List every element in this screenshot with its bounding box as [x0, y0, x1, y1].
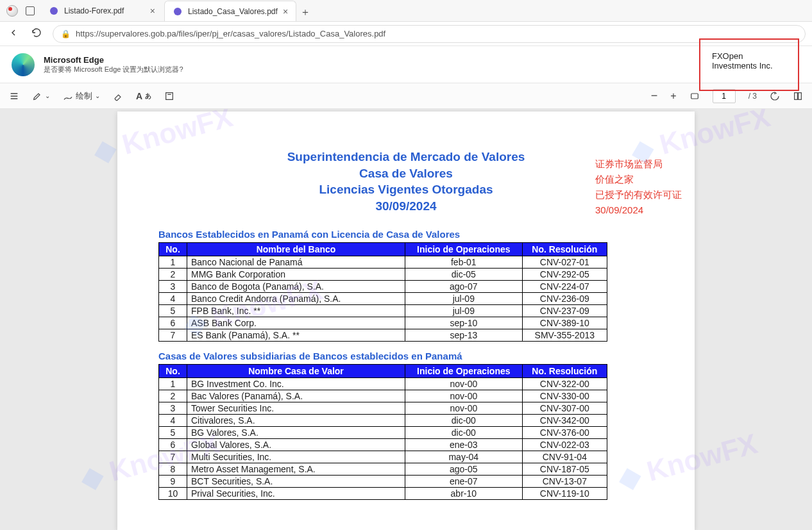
column-header: Inicio de Operaciones	[405, 364, 523, 377]
back-button[interactable]	[6, 28, 21, 40]
row-date: ene-07	[405, 475, 523, 487]
tab-title: Listado-Forex.pdf	[64, 6, 124, 15]
table-row: 3Tower Securities Inc.nov-00CNV-307-00	[159, 402, 607, 414]
subsidiaries-table: No.Nombre Casa de ValorInicio de Operaci…	[158, 364, 607, 500]
table-row: 1BG Investment Co. Inc.nov-00CNV-322-00	[159, 377, 607, 390]
profile-icon[interactable]	[6, 5, 18, 17]
column-header: Nombre del Banco	[187, 242, 405, 256]
section-heading: Casas de Valores subsidiarias de Bancos …	[158, 351, 656, 361]
close-icon[interactable]: ×	[150, 6, 155, 16]
workspaces-icon[interactable]	[26, 6, 35, 15]
row-resolution: CNV-13-07	[522, 475, 607, 487]
row-name: BG Investment Co. Inc.	[187, 377, 405, 390]
window-controls	[0, 0, 41, 21]
pdf-icon	[49, 6, 59, 16]
row-resolution: CNV-187-05	[522, 463, 607, 475]
table-row: 7ES Bank (Panamá), S.A. **sep-13SMV-355-…	[159, 329, 607, 341]
row-resolution: CNV-91-04	[522, 451, 607, 463]
svg-point-1	[174, 8, 182, 15]
column-header: Inicio de Operaciones	[405, 242, 523, 256]
row-date: dic-05	[405, 268, 523, 280]
text-button[interactable]: Aあ	[136, 91, 151, 101]
row-resolution: CNV-342-00	[522, 414, 607, 426]
contents-button[interactable]	[9, 91, 19, 101]
column-header: No.	[159, 242, 187, 256]
row-number: 2	[159, 390, 187, 402]
tab-inactive[interactable]: Listado-Forex.pdf×	[41, 1, 163, 21]
page-total: / 3	[749, 92, 757, 101]
svg-point-0	[50, 7, 58, 15]
row-resolution: CNV-376-00	[522, 426, 607, 438]
row-number: 4	[159, 292, 187, 304]
table-row: 5BG Valores, S.A.dic-00CNV-376-00	[159, 426, 607, 438]
row-name: Tower Securities Inc.	[187, 402, 405, 414]
table-row: 8Metro Asset Management, S.A.ago-05CNV-1…	[159, 463, 607, 475]
table-row: 5FPB Bank, Inc. **jul-09CNV-237-09	[159, 304, 607, 317]
chevron-down-icon: ⌄	[95, 92, 100, 99]
row-date: nov-00	[405, 390, 523, 402]
tab-active[interactable]: Listado_Casa_Valores.pdf×	[164, 1, 296, 21]
column-header: No. Resolución	[522, 364, 607, 377]
row-resolution: CNV-307-00	[522, 402, 607, 414]
chevron-down-icon: ⌄	[45, 92, 50, 99]
row-date: abr-10	[405, 487, 523, 499]
row-resolution: CNV-292-05	[522, 268, 607, 280]
row-date: sep-10	[405, 317, 523, 329]
table-row: 7Multi Securities, Inc.may-04CNV-91-04	[159, 451, 607, 463]
fit-page-button[interactable]	[689, 91, 700, 101]
row-number: 6	[159, 317, 187, 329]
row-number: 1	[159, 377, 187, 390]
column-header: No. Resolución	[522, 242, 607, 256]
highlight-button[interactable]: ⌄	[32, 91, 50, 101]
refresh-button[interactable]	[30, 28, 44, 40]
row-name: BG Valores, S.A.	[187, 426, 405, 438]
infobar-title: Microsoft Edge	[44, 55, 183, 65]
tab-title: Listado_Casa_Valores.pdf	[188, 7, 278, 16]
row-date: jul-09	[405, 304, 523, 317]
row-date: ago-05	[405, 463, 523, 475]
row-date: nov-00	[405, 402, 523, 414]
row-name: Metro Asset Management, S.A.	[187, 463, 405, 475]
row-name: Citivalores, S.A.	[187, 414, 405, 426]
row-resolution: CNV-322-00	[522, 377, 607, 390]
table-row: 1Banco Nacional de Panamáfeb-01CNV-027-0…	[159, 256, 607, 268]
row-number: 7	[159, 329, 187, 341]
page-view-button[interactable]	[793, 91, 803, 101]
table-row: 6ASB Bank Corp.sep-10CNV-389-10	[159, 317, 607, 329]
row-date: dic-00	[405, 414, 523, 426]
zoom-out-button[interactable]: −	[651, 89, 658, 103]
close-icon[interactable]: ×	[283, 6, 288, 17]
table-row: 2MMG Bank Corporationdic-05CNV-292-05	[159, 268, 607, 280]
row-name: ES Bank (Panamá), S.A. **	[187, 329, 405, 341]
table-row: 3Banco de Bogota (Panamá), S.A.ago-07CNV…	[159, 280, 607, 292]
table-row: 6Global Valores, S.A.ene-03CNV-022-03	[159, 438, 607, 451]
banks-table: No.Nombre del BancoInicio de Operaciones…	[158, 242, 607, 342]
zoom-in-button[interactable]: +	[670, 90, 676, 102]
pdf-viewport[interactable]: Superintendencia de Mercado de Valores C…	[0, 109, 812, 530]
row-number: 3	[159, 402, 187, 414]
callout-text: FXOpen Investments Inc.	[712, 51, 773, 70]
row-resolution: CNV-027-01	[522, 256, 607, 268]
erase-button[interactable]	[113, 91, 123, 101]
new-tab-button[interactable]: ＋	[296, 3, 314, 21]
translation-annotation: 证券市场监督局 价值之家 已授予的有效许可证 30/09/2024	[595, 156, 682, 218]
column-header: No.	[159, 364, 187, 377]
read-aloud-button[interactable]	[164, 91, 174, 101]
row-resolution: SMV-355-2013	[522, 329, 607, 341]
row-resolution: CNV-236-09	[522, 292, 607, 304]
row-number: 4	[159, 414, 187, 426]
row-number: 7	[159, 451, 187, 463]
rotate-button[interactable]	[770, 91, 780, 101]
pdf-icon	[173, 6, 183, 17]
row-name: Banco Nacional de Panamá	[187, 256, 405, 268]
row-resolution: CNV-022-03	[522, 438, 607, 451]
row-name: BCT Securities, S.A.	[187, 475, 405, 487]
address-bar: 🔒 https://supervalores.gob.pa/files/iper…	[0, 22, 812, 46]
svg-rect-4	[799, 92, 802, 99]
url-text: https://supervalores.gob.pa/files/iper/p…	[76, 29, 385, 38]
url-input[interactable]: 🔒 https://supervalores.gob.pa/files/iper…	[53, 25, 806, 43]
draw-button[interactable]: 绘制 ⌄	[63, 90, 100, 102]
section-heading: Bancos Establecidos en Panamá con Licenc…	[158, 229, 656, 240]
pdf-toolbar: ⌄ 绘制 ⌄ Aあ − + / 3	[0, 83, 812, 109]
row-resolution: CNV-119-10	[522, 487, 607, 499]
